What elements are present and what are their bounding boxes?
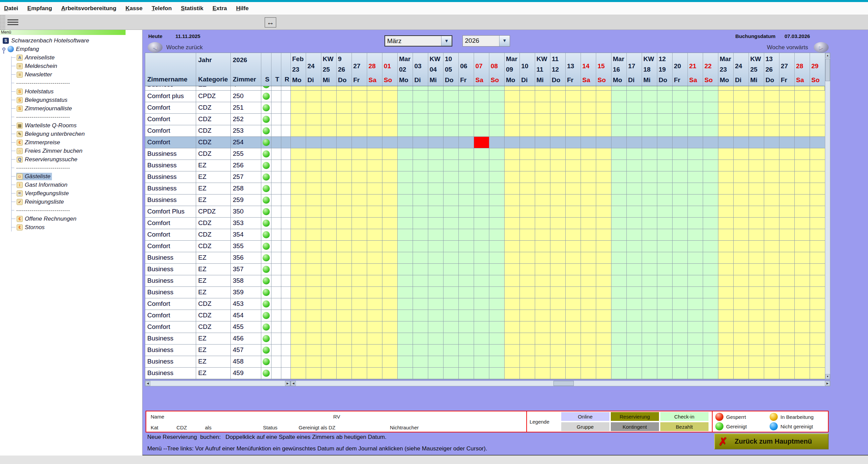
day-cell[interactable]: [764, 264, 779, 275]
day-cell[interactable]: [566, 310, 581, 321]
day-cell[interactable]: [749, 137, 764, 148]
day-cell[interactable]: [550, 102, 566, 114]
day-cell[interactable]: [657, 298, 673, 310]
day-cell[interactable]: [535, 287, 550, 298]
day-cell[interactable]: [306, 356, 321, 368]
day-cell[interactable]: [611, 86, 627, 91]
day-cell[interactable]: [703, 171, 718, 183]
day-cell[interactable]: [795, 368, 810, 379]
room-row-254[interactable]: ComfortCDZ254: [145, 137, 825, 148]
day-cell[interactable]: [596, 194, 611, 206]
day-cell[interactable]: [550, 241, 566, 252]
day-cell[interactable]: [550, 298, 566, 310]
day-cell[interactable]: [581, 229, 596, 241]
day-cell[interactable]: [306, 137, 321, 148]
room-row-256[interactable]: BussinessEZ256: [145, 160, 825, 171]
day-cell[interactable]: [642, 368, 657, 379]
scroll-up-icon[interactable]: ▲: [825, 53, 830, 58]
status-cell[interactable]: [261, 345, 271, 356]
day-cell[interactable]: [398, 148, 413, 160]
day-cell[interactable]: [382, 345, 398, 356]
day-cell[interactable]: [718, 287, 734, 298]
day-cell[interactable]: [413, 218, 428, 229]
status-cell[interactable]: [261, 310, 271, 321]
week-forward-button[interactable]: ▶: [814, 42, 829, 53]
day-cell[interactable]: [734, 125, 749, 137]
day-cell[interactable]: [596, 86, 611, 91]
day-cell[interactable]: [688, 171, 703, 183]
day-cell[interactable]: [291, 321, 306, 333]
day-cell[interactable]: [627, 114, 642, 125]
day-cell[interactable]: [779, 91, 795, 102]
day-cell[interactable]: [718, 206, 734, 218]
day-cell[interactable]: [444, 345, 459, 356]
day-cell[interactable]: [566, 241, 581, 252]
day-cell[interactable]: [337, 333, 352, 345]
day-cell[interactable]: [703, 275, 718, 287]
room-name-cell[interactable]: Bussiness: [145, 160, 196, 171]
day-cell[interactable]: [581, 321, 596, 333]
day-cell[interactable]: [444, 241, 459, 252]
day-cell[interactable]: [444, 86, 459, 91]
room-name-cell[interactable]: Business: [145, 356, 196, 368]
day-cell[interactable]: [764, 333, 779, 345]
day-cell[interactable]: [642, 321, 657, 333]
day-cell[interactable]: [474, 310, 489, 321]
room-name-cell[interactable]: Comfort plus: [145, 91, 196, 102]
day-cell[interactable]: [581, 171, 596, 183]
day-cell[interactable]: [321, 86, 337, 91]
day-cell[interactable]: [718, 356, 734, 368]
day-cell[interactable]: [718, 241, 734, 252]
day-cell[interactable]: [382, 86, 398, 91]
day-cell[interactable]: [657, 229, 673, 241]
day-cell[interactable]: [734, 160, 749, 171]
day-cell[interactable]: [306, 229, 321, 241]
r-cell[interactable]: [281, 218, 291, 229]
day-cell[interactable]: [337, 321, 352, 333]
day-cell[interactable]: [306, 310, 321, 321]
day-cell[interactable]: [428, 148, 444, 160]
day-cell[interactable]: [321, 275, 337, 287]
room-name-cell[interactable]: Business: [145, 264, 196, 275]
room-category-cell[interactable]: EZ: [196, 345, 231, 356]
day-cell[interactable]: [688, 160, 703, 171]
day-cell[interactable]: [367, 148, 382, 160]
day-cell[interactable]: [703, 345, 718, 356]
room-number-cell[interactable]: 355: [231, 241, 261, 252]
day-cell[interactable]: [688, 333, 703, 345]
day-cell[interactable]: [520, 241, 535, 252]
day-cell[interactable]: [413, 345, 428, 356]
status-cell[interactable]: [261, 194, 271, 206]
day-cell[interactable]: [428, 102, 444, 114]
day-cell[interactable]: [688, 252, 703, 264]
day-cell[interactable]: [596, 229, 611, 241]
r-cell[interactable]: [281, 287, 291, 298]
room-row-356[interactable]: BusinessEZ356: [145, 252, 825, 264]
day-cell[interactable]: [520, 206, 535, 218]
day-cell[interactable]: [657, 86, 673, 91]
day-cell[interactable]: [413, 102, 428, 114]
day-cell[interactable]: [749, 264, 764, 275]
room-category-cell[interactable]: CDZ: [196, 321, 231, 333]
day-cell[interactable]: [306, 102, 321, 114]
room-name-cell[interactable]: Bussiness: [145, 148, 196, 160]
day-cell[interactable]: [779, 206, 795, 218]
room-category-cell[interactable]: EZ: [196, 160, 231, 171]
day-cell[interactable]: [520, 333, 535, 345]
day-cell[interactable]: [535, 160, 550, 171]
status-cell[interactable]: [261, 148, 271, 160]
status-cell[interactable]: [261, 241, 271, 252]
day-cell[interactable]: [673, 321, 688, 333]
day-cell[interactable]: [535, 298, 550, 310]
day-cell[interactable]: [581, 287, 596, 298]
day-cell[interactable]: [382, 183, 398, 194]
day-cell[interactable]: [688, 102, 703, 114]
day-cell[interactable]: [306, 241, 321, 252]
day-cell[interactable]: [459, 356, 474, 368]
day-cell[interactable]: [352, 206, 367, 218]
day-cell[interactable]: [779, 345, 795, 356]
day-cell[interactable]: [566, 86, 581, 91]
day-cell[interactable]: [764, 194, 779, 206]
day-cell[interactable]: [535, 218, 550, 229]
day-cell[interactable]: [352, 125, 367, 137]
